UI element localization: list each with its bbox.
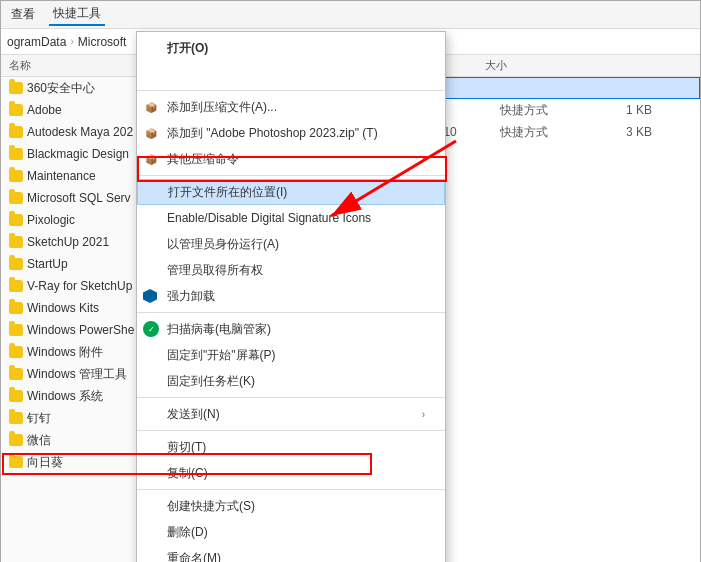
ctx-item-open[interactable]: 打开(O) [137, 35, 445, 61]
ctx-item-rename[interactable]: 重命名(M) [137, 545, 445, 562]
ctx-item-run-admin[interactable]: 以管理员身份运行(A) [137, 231, 445, 257]
sidebar-item-label: Windows 附件 [27, 344, 103, 361]
ctx-item-force-uninstall[interactable]: 强力卸载 [137, 283, 445, 309]
ctx-icon-area: 📦 [143, 125, 159, 141]
file-cell-size: 3 KB [600, 125, 660, 139]
toolbar-view[interactable]: 查看 [7, 4, 39, 25]
ctx-separator [137, 175, 445, 176]
sidebar-item-10[interactable]: Windows Kits [1, 297, 155, 319]
ctx-item-scan-virus[interactable]: ✓扫描病毒(电脑管家) [137, 316, 445, 342]
folder-icon [9, 82, 23, 94]
ctx-separator [137, 397, 445, 398]
sidebar-item-label: Maintenance [27, 169, 96, 183]
sidebar-item-label: Blackmagic Design [27, 147, 129, 161]
ctx-item-digital-sig[interactable]: Enable/Disable Digital Signature Icons [137, 205, 445, 231]
ctx-separator [137, 489, 445, 490]
file-cell-type: 快捷方式 [500, 102, 600, 119]
ctx-item-pin-taskbar[interactable]: 固定到任务栏(K) [137, 368, 445, 394]
ctx-item-take-ownership[interactable]: 管理员取得所有权 [137, 257, 445, 283]
folder-icon [9, 126, 23, 138]
sidebar-item-label: 微信 [27, 432, 51, 449]
folder-icon [9, 456, 23, 468]
ctx-item-label: 固定到"开始"屏幕(P) [167, 347, 276, 364]
context-menu: 打开(O)📦添加到压缩文件(A)...📦添加到 "Adobe Photoshop… [136, 31, 446, 562]
sidebar-item-14[interactable]: Windows 系统 [1, 385, 155, 407]
ctx-item-delete[interactable]: 删除(D) [137, 519, 445, 545]
sidebar-item-label: Windows Kits [27, 301, 99, 315]
folder-icon [9, 214, 23, 226]
sidebar-item-1[interactable]: Adobe [1, 99, 155, 121]
sidebar-item-2[interactable]: Autodesk Maya 202 [1, 121, 155, 143]
ctx-icon-area: ✓ [143, 321, 159, 337]
breadcrumb-part1: ogramData [7, 35, 66, 49]
ctx-item-label: 复制(C) [167, 465, 208, 482]
sidebar-item-5[interactable]: Microsoft SQL Serv [1, 187, 155, 209]
sidebar-item-label: Adobe [27, 103, 62, 117]
sidebar-item-6[interactable]: Pixologic [1, 209, 155, 231]
sidebar-item-label: 向日葵 [27, 454, 63, 471]
breadcrumb-part2: Microsoft [78, 35, 127, 49]
folder-icon [9, 192, 23, 204]
ctx-item-add-archive[interactable]: 📦添加到压缩文件(A)... [137, 94, 445, 120]
file-cell-size: 1 KB [600, 103, 660, 117]
breadcrumb-sep: › [70, 36, 73, 47]
sidebar-item-0[interactable]: 360安全中心 [1, 77, 155, 99]
sidebar: 360安全中心AdobeAutodesk Maya 202Blackmagic … [1, 77, 156, 562]
ctx-item-label: 添加到压缩文件(A)... [167, 99, 277, 116]
sidebar-item-label: Windows 管理工具 [27, 366, 127, 383]
sidebar-item-label: V-Ray for SketchUp [27, 279, 132, 293]
ctx-item-label: 管理员取得所有权 [167, 262, 263, 279]
sidebar-item-17[interactable]: 向日葵 [1, 451, 155, 473]
sidebar-item-label: StartUp [27, 257, 68, 271]
ctx-item-label: 以管理员身份运行(A) [167, 236, 279, 253]
folder-icon [9, 258, 23, 270]
ctx-separator [137, 90, 445, 91]
virus-icon: ✓ [143, 321, 159, 337]
sidebar-item-9[interactable]: V-Ray for SketchUp [1, 275, 155, 297]
ctx-item-arrow: › [422, 154, 425, 165]
sidebar-item-label: Pixologic [27, 213, 75, 227]
ctx-icon-area: 📦 [143, 99, 159, 115]
folder-icon [9, 390, 23, 402]
sidebar-item-label: Autodesk Maya 202 [27, 125, 133, 139]
sidebar-item-12[interactable]: Windows 附件 [1, 341, 155, 363]
compress-icon: 📦 [143, 125, 159, 141]
col-header-size: 大小 [455, 58, 515, 73]
sidebar-item-7[interactable]: SketchUp 2021 [1, 231, 155, 253]
folder-icon [9, 302, 23, 314]
ctx-item-label: 打开(O) [167, 40, 208, 57]
ctx-item-label: 重命名(M) [167, 550, 221, 563]
folder-icon [9, 104, 23, 116]
sidebar-item-label: Microsoft SQL Serv [27, 191, 131, 205]
sidebar-item-3[interactable]: Blackmagic Design [1, 143, 155, 165]
ctx-item-cut[interactable]: 剪切(T) [137, 434, 445, 460]
ctx-item-open-location[interactable]: 打开文件所在的位置(I) [137, 179, 445, 205]
folder-icon [9, 434, 23, 446]
ctx-item-label: 发送到(N) [167, 406, 220, 423]
ctx-item-other-compress[interactable]: 📦其他压缩命令› [137, 146, 445, 172]
sidebar-item-4[interactable]: Maintenance [1, 165, 155, 187]
ctx-item-create-shortcut[interactable]: 创建快捷方式(S) [137, 493, 445, 519]
ctx-item-send-to[interactable]: 发送到(N)› [137, 401, 445, 427]
ctx-item-label: 添加到 "Adobe Photoshop 2023.zip" (T) [167, 125, 378, 142]
sidebar-item-11[interactable]: Windows PowerShe [1, 319, 155, 341]
ctx-item-label: Enable/Disable Digital Signature Icons [167, 211, 371, 225]
ctx-item-add-zip[interactable]: 📦添加到 "Adobe Photoshop 2023.zip" (T) [137, 120, 445, 146]
toolbar-quick-tools[interactable]: 快捷工具 [49, 3, 105, 26]
ctx-icon-area: 📦 [143, 151, 159, 167]
ctx-item-copy[interactable]: 复制(C) [137, 460, 445, 486]
ctx-item-1[interactable] [137, 61, 445, 87]
folder-icon [9, 346, 23, 358]
sidebar-item-15[interactable]: 钉钉 [1, 407, 155, 429]
folder-icon [9, 170, 23, 182]
folder-icon [9, 148, 23, 160]
sidebar-item-13[interactable]: Windows 管理工具 [1, 363, 155, 385]
ctx-icon-area [143, 289, 157, 303]
ctx-item-label: 创建快捷方式(S) [167, 498, 255, 515]
explorer-window: 查看 快捷工具 ogramData › Microsoft 名称 大小 360安… [0, 0, 701, 562]
sidebar-item-8[interactable]: StartUp [1, 253, 155, 275]
ctx-item-label: 其他压缩命令 [167, 151, 239, 168]
sidebar-item-16[interactable]: 微信 [1, 429, 155, 451]
ctx-item-pin-start[interactable]: 固定到"开始"屏幕(P) [137, 342, 445, 368]
sidebar-item-label: Windows 系统 [27, 388, 103, 405]
